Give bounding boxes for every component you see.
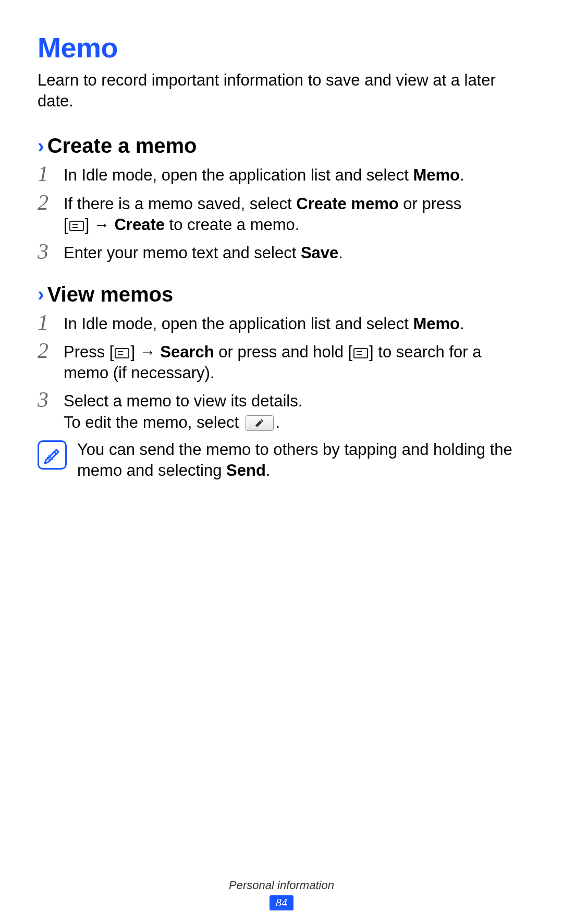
text-bold: Memo [413, 315, 460, 333]
chevron-icon: › [38, 136, 44, 156]
menu-icon [353, 348, 368, 358]
step: 3 Enter your memo text and select Save. [38, 241, 525, 263]
chevron-icon: › [38, 284, 44, 304]
note-icon [38, 440, 67, 470]
step-text: Select a memo to view its details. To ed… [64, 389, 302, 433]
text-bold: Search [160, 343, 214, 361]
step: 3 Select a memo to view its details. To … [38, 389, 525, 433]
edit-icon [246, 415, 274, 431]
text-bold: Memo [413, 166, 460, 184]
text: You can send the memo to others by tappi… [77, 440, 512, 479]
step-number: 1 [38, 163, 54, 185]
text: If there is a memo saved, select [64, 195, 296, 213]
menu-icon [115, 348, 129, 358]
text: . [266, 461, 271, 479]
text: . [338, 244, 343, 262]
step-number: 1 [38, 311, 54, 333]
text-bold: Create [114, 215, 165, 234]
text: or press [399, 195, 462, 213]
step: 2 Press [] → Search or press and hold []… [38, 340, 525, 384]
step-number: 2 [38, 191, 54, 213]
step-text: Enter your memo text and select Save. [64, 241, 343, 263]
step: 1 In Idle mode, open the application lis… [38, 311, 525, 334]
page-number: 84 [270, 895, 293, 910]
text: ] → [85, 215, 115, 234]
section-heading-create: › Create a memo [38, 134, 525, 158]
text: [ [64, 215, 68, 234]
create-steps: 1 In Idle mode, open the application lis… [38, 163, 525, 263]
manual-page: Memo Learn to record important informati… [0, 0, 563, 924]
section-heading-label: Create a memo [47, 134, 197, 158]
step-number: 2 [38, 340, 54, 362]
note-text: You can send the memo to others by tappi… [77, 439, 525, 482]
step-text: If there is a memo saved, select Create … [64, 191, 461, 236]
text: To edit the memo, select [64, 413, 243, 431]
page-footer: Personal information 84 [0, 879, 563, 910]
intro-text: Learn to record important information to… [38, 70, 525, 111]
step-text: In Idle mode, open the application list … [64, 311, 464, 334]
text-bold: Save [301, 244, 338, 262]
page-title: Memo [38, 31, 525, 64]
step-text: In Idle mode, open the application list … [64, 163, 464, 186]
text-bold: Send [226, 461, 266, 479]
text: Enter your memo text and select [64, 244, 301, 262]
section-heading-label: View memos [47, 283, 174, 306]
menu-icon [69, 221, 84, 231]
step: 2 If there is a memo saved, select Creat… [38, 191, 525, 236]
step-number: 3 [38, 241, 54, 262]
step-number: 3 [38, 389, 54, 411]
text: Press [ [64, 343, 114, 361]
step: 1 In Idle mode, open the application lis… [38, 163, 525, 186]
text-bold: Create memo [296, 195, 398, 213]
note: You can send the memo to others by tappi… [38, 439, 525, 482]
text: . [276, 413, 280, 431]
footer-section-label: Personal information [0, 879, 563, 892]
text: In Idle mode, open the application list … [64, 166, 413, 184]
text: Select a memo to view its details. [64, 392, 302, 410]
text: ] → [130, 343, 160, 361]
text: to create a memo. [165, 215, 299, 234]
text: In Idle mode, open the application list … [64, 315, 413, 333]
text: or press and hold [ [214, 343, 352, 361]
view-steps: 1 In Idle mode, open the application lis… [38, 311, 525, 433]
section-heading-view: › View memos [38, 283, 525, 306]
text: . [460, 166, 464, 184]
text: . [460, 315, 464, 333]
step-text: Press [] → Search or press and hold [] t… [64, 340, 525, 384]
